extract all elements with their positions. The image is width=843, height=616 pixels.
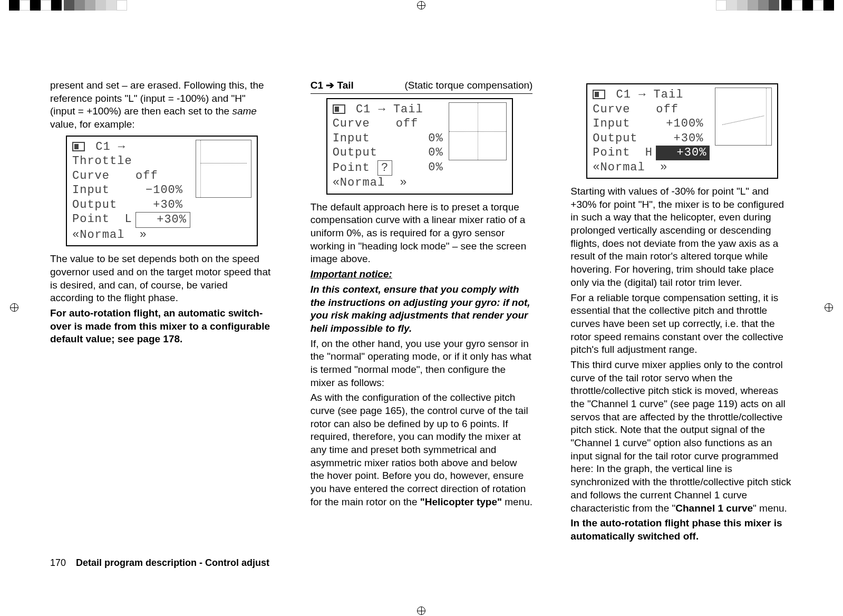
body-text: If, on the other hand, you use your gyro… bbox=[311, 338, 533, 390]
curve-graph bbox=[449, 102, 507, 160]
curve-graph bbox=[196, 140, 251, 198]
lcd-icon bbox=[593, 90, 605, 99]
lcd-display-throttle: C1 → Throttle Curveoff Input−100% Output… bbox=[66, 136, 258, 247]
curve-graph bbox=[715, 88, 772, 146]
notice-heading: Important notice: bbox=[311, 268, 533, 281]
registration-mark-icon bbox=[823, 302, 834, 313]
notice-body: In this context, ensure that you comply … bbox=[311, 283, 533, 335]
registration-mark-icon bbox=[9, 302, 20, 313]
page-footer: 170 Detail program description - Control… bbox=[50, 557, 269, 569]
footer-title: Detail program description - Control adj… bbox=[76, 557, 269, 568]
lcd-display-tail-zero: C1 → Tail Curveoff Input0% Output0% Poin… bbox=[326, 98, 513, 195]
lcd-icon bbox=[72, 142, 85, 151]
body-text-bold: In the auto-rotation flight phase this m… bbox=[570, 517, 793, 543]
body-text: Starting with values of -30% for point "… bbox=[570, 185, 793, 290]
body-text-bold: For auto-rotation flight, an automatic s… bbox=[50, 307, 273, 346]
registration-mark-icon bbox=[416, 0, 427, 11]
body-text: The default approach here is to preset a… bbox=[311, 201, 533, 266]
lcd-display-tail-h: C1 → Tail Curveoff Input+100% Output+30%… bbox=[586, 83, 778, 179]
column-1: present and set – are erased. Following … bbox=[50, 79, 273, 542]
body-text: As with the configuration of the collect… bbox=[311, 391, 533, 508]
section-heading: C1 ➔ Tail (Static torque compensation) bbox=[311, 79, 533, 94]
page-content: present and set – are erased. Following … bbox=[50, 79, 793, 542]
body-text: For a reliable torque compensation setti… bbox=[570, 292, 793, 357]
column-2: C1 ➔ Tail (Static torque compensation) C… bbox=[311, 79, 533, 542]
column-3: C1 → Tail Curveoff Input+100% Output+30%… bbox=[570, 79, 793, 542]
body-text: present and set – are erased. Following … bbox=[50, 79, 273, 131]
lcd-icon bbox=[333, 104, 345, 114]
page-number: 170 bbox=[50, 557, 66, 569]
registration-mark-icon bbox=[416, 605, 427, 616]
body-text: This third curve mixer applies only to t… bbox=[570, 359, 793, 515]
body-text: The value to be set depends both on the … bbox=[50, 253, 273, 305]
